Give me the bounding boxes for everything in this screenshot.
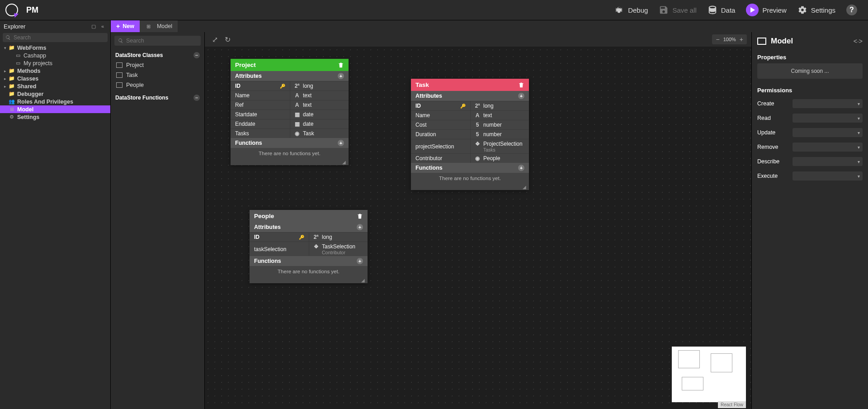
save-all-button[interactable]: Save all [653, 2, 702, 18]
window-icon: ▭ [14, 52, 22, 58]
trash-icon[interactable] [518, 82, 524, 88]
tree-item-shared[interactable]: ▸📁Shared [0, 82, 110, 90]
resize-handle[interactable]: ◢ [411, 184, 529, 190]
trash-icon[interactable] [338, 62, 344, 68]
no-functions-label: There are no functions yet. [411, 173, 529, 184]
node-project[interactable]: Project Attributes+ ID🔑2along NameAtext … [231, 59, 349, 165]
permissions-header: Permissions [752, 83, 868, 96]
perm-update-select[interactable]: ▾ [793, 128, 863, 137]
collapse-icon[interactable]: − [193, 95, 200, 101]
add-attribute-button[interactable]: + [357, 224, 363, 230]
play-icon [746, 4, 759, 16]
ds-class-people[interactable]: People [111, 80, 204, 90]
refresh-button[interactable]: ↻ [222, 34, 233, 45]
add-attribute-button[interactable]: + [518, 93, 524, 99]
no-functions-label: There are no functions yet. [231, 148, 349, 159]
tree-item-cashapp[interactable]: ▭Cashapp [0, 52, 110, 59]
add-function-button[interactable]: + [338, 140, 344, 146]
text-icon: A [294, 102, 300, 108]
tree-item-webforms[interactable]: ▾📁WebForms [0, 44, 110, 52]
minimap[interactable] [672, 347, 746, 402]
node-title: Project [235, 62, 256, 68]
tree-item-model[interactable]: ⊞Model [0, 105, 110, 113]
explorer-collapse-button[interactable]: « [99, 22, 107, 30]
zoom-in-button[interactable]: + [740, 36, 743, 43]
explorer-restore-button[interactable]: ▢ [90, 22, 98, 30]
coming-soon-label: Coming soon ... [757, 63, 863, 79]
help-icon: ? [846, 5, 857, 15]
number-icon: 5 [474, 122, 481, 128]
tab-model[interactable]: ⊞Model [140, 20, 178, 32]
collapse-icon[interactable]: − [193, 52, 200, 58]
ds-class-project[interactable]: Project [111, 60, 204, 70]
node-title: People [254, 213, 274, 219]
resize-handle[interactable]: ◢ [250, 277, 368, 283]
model-canvas[interactable]: ⤢ ↻ − 100% + Projec [205, 32, 751, 409]
zoom-level: 100% [723, 37, 736, 42]
data-button[interactable]: Data [702, 2, 741, 18]
perm-describe-label: Describe [757, 158, 788, 165]
add-function-button[interactable]: + [357, 258, 363, 264]
debug-button[interactable]: Debug [609, 2, 653, 18]
properties-header: Properties [752, 50, 868, 63]
perm-read-label: Read [757, 115, 788, 121]
perm-create-select[interactable]: ▾ [793, 99, 863, 108]
plus-icon: + [116, 23, 120, 30]
fit-view-button[interactable]: ⤢ [209, 34, 220, 45]
table-icon [116, 72, 123, 78]
number-icon: 2a [474, 103, 481, 109]
folder-icon: 📁 [8, 68, 15, 74]
resize-handle[interactable]: ◢ [231, 159, 349, 165]
app-logo [5, 4, 18, 16]
datastore-search-input[interactable] [126, 38, 197, 44]
key-icon: 🔑 [280, 84, 285, 89]
relation-many-icon: ❖ [474, 141, 481, 147]
zoom-out-button[interactable]: − [716, 36, 719, 43]
explorer-tree: ▾📁WebForms ▭Cashapp ▭My projects ▸📁Metho… [0, 44, 110, 409]
perm-describe-select[interactable]: ▾ [793, 157, 863, 166]
tree-item-methods[interactable]: ▸📁Methods [0, 67, 110, 75]
perm-execute-label: Execute [757, 173, 788, 179]
tree-item-myprojects[interactable]: ▭My projects [0, 59, 110, 67]
node-task[interactable]: Task Attributes+ ID🔑2along NameAtext Cos… [411, 79, 529, 190]
node-people[interactable]: People Attributes+ ID🔑2along taskSelecti… [250, 210, 368, 283]
datastore-functions-header[interactable]: DataStore Functions− [111, 93, 204, 103]
tree-item-roles[interactable]: 👥Roles And Privileges [0, 98, 110, 105]
settings-button[interactable]: Settings [792, 2, 841, 18]
window-icon: ▭ [14, 60, 22, 66]
tree-item-classes[interactable]: ▸📁Classes [0, 75, 110, 82]
perm-update-label: Update [757, 129, 788, 136]
database-icon [708, 5, 717, 15]
tree-item-settings[interactable]: ⚙Settings [0, 113, 110, 121]
explorer-panel: Explorer ▢ « ▾📁WebForms ▭Cashapp ▭My pro… [0, 20, 111, 409]
datastore-classes-header[interactable]: DataStore Classes− [111, 50, 204, 60]
folder-icon: 📁 [8, 76, 15, 81]
code-icon[interactable]: <·> [854, 38, 863, 45]
trash-icon[interactable] [357, 213, 363, 219]
help-button[interactable]: ? [841, 2, 863, 18]
node-title: Task [415, 81, 429, 88]
panel-title: Model [771, 37, 849, 46]
add-attribute-button[interactable]: + [338, 73, 344, 79]
perm-execute-select[interactable]: ▾ [793, 171, 863, 181]
perm-remove-select[interactable]: ▾ [793, 143, 863, 152]
properties-panel: Model <·> Properties Coming soon ... Per… [751, 32, 868, 409]
folder-icon: 📁 [8, 91, 15, 97]
save-all-label: Save all [672, 6, 696, 14]
number-icon: 5 [474, 131, 481, 138]
react-flow-attribution: React Flow [718, 401, 746, 408]
datastore-search[interactable] [114, 36, 201, 46]
debug-label: Debug [628, 6, 648, 14]
preview-button[interactable]: Preview [741, 1, 792, 19]
explorer-search-input[interactable] [14, 34, 105, 41]
new-tab-button[interactable]: +New [111, 20, 140, 32]
tree-item-debugger[interactable]: 📁Debugger [0, 90, 110, 98]
ds-class-task[interactable]: Task [111, 70, 204, 80]
add-function-button[interactable]: + [518, 165, 524, 171]
key-icon: 🔑 [460, 104, 466, 109]
explorer-search[interactable] [3, 33, 108, 42]
data-label: Data [721, 6, 736, 14]
bug-icon [614, 5, 624, 15]
perm-read-select[interactable]: ▾ [793, 114, 863, 123]
zoom-control: − 100% + [712, 34, 747, 44]
